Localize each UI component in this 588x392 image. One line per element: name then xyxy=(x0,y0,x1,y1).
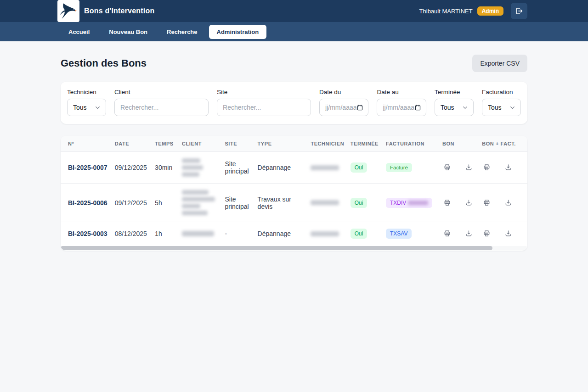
col-header-facturation: FACTURATION xyxy=(382,136,439,152)
filter-label-technicien: Technicien xyxy=(67,89,106,95)
download-icon xyxy=(465,199,473,207)
bon-date: 09/12/2025 xyxy=(111,184,151,222)
facturation-code: TXDIV xyxy=(390,200,406,206)
printer-icon xyxy=(483,163,491,171)
nav-item-recherche[interactable]: Recherche xyxy=(159,25,205,39)
admin-role-badge: Admin xyxy=(477,6,503,16)
download-icon xyxy=(504,230,512,237)
client-search-input[interactable] xyxy=(114,99,209,116)
bon-technicien-redacted xyxy=(307,152,346,184)
download-bon-button[interactable] xyxy=(464,229,474,238)
site-search-input[interactable] xyxy=(217,99,311,116)
chevron-down-icon xyxy=(462,104,469,111)
horizontal-scrollbar-thumb[interactable] xyxy=(61,246,492,250)
download-bon-button[interactable] xyxy=(464,198,474,207)
download-bon-fact-button[interactable] xyxy=(503,198,513,207)
nav-item-nouveau-bon[interactable]: Nouveau Bon xyxy=(101,25,155,39)
col-header-temps: TEMPS xyxy=(151,136,178,152)
terminee-select-value: Tous xyxy=(441,104,462,111)
filter-label-client: Client xyxy=(114,89,209,95)
app-title: Bons d'Intervention xyxy=(84,7,154,15)
facturation-redacted-part xyxy=(408,201,428,205)
filters-panel: Technicien Tous Client Site Date du jj/m… xyxy=(61,82,527,124)
bon-type: Travaux sur devis xyxy=(254,184,307,222)
terminee-badge: Oui xyxy=(351,229,368,239)
bon-client-redacted xyxy=(178,184,221,222)
terminee-badge: Oui xyxy=(351,162,368,173)
bon-technicien-redacted xyxy=(307,222,346,246)
bon-client-redacted xyxy=(178,152,221,184)
print-bon-fact-button[interactable] xyxy=(482,229,492,238)
technicien-select[interactable]: Tous xyxy=(67,99,106,116)
bon-date: 08/12/2025 xyxy=(111,222,151,246)
filter-label-terminee: Terminée xyxy=(435,89,474,95)
printer-icon xyxy=(483,199,491,207)
download-bon-fact-button[interactable] xyxy=(503,229,513,238)
terminee-select[interactable]: Tous xyxy=(435,99,474,116)
chevron-down-icon xyxy=(509,104,516,111)
col-header-technicien: TECHNICIEN xyxy=(307,136,346,152)
bon-actions xyxy=(439,152,478,184)
print-bon-button[interactable] xyxy=(442,198,452,207)
col-header-terminee: TERMINÉE xyxy=(347,136,382,152)
bons-table: N° DATE TEMPS CLIENT SITE TYPE TECHNICIE… xyxy=(61,136,527,245)
main-nav: Accueil Nouveau Bon Recherche Administra… xyxy=(0,22,588,41)
bon-number: BI-2025-0006 xyxy=(68,199,107,207)
table-row: BI-2025-0003 08/12/2025 1h - Dépannage O… xyxy=(61,222,527,246)
download-icon xyxy=(504,163,512,171)
bons-table-card: N° DATE TEMPS CLIENT SITE TYPE TECHNICIE… xyxy=(61,136,527,251)
filter-label-facturation: Facturation xyxy=(482,89,521,95)
filter-label-date-du: Date du xyxy=(319,89,368,95)
bon-number: BI-2025-0007 xyxy=(68,164,107,171)
download-icon xyxy=(504,199,512,207)
date-du-placeholder: jj/mm/aaaa xyxy=(325,104,356,111)
date-du-input[interactable]: jj/mm/aaaa xyxy=(319,99,368,116)
app-header: Bons d'Intervention Thibault MARTINET Ad… xyxy=(0,0,588,22)
nav-item-accueil[interactable]: Accueil xyxy=(61,25,97,39)
col-header-type: TYPE xyxy=(254,136,307,152)
bon-site: Site principal xyxy=(221,184,254,222)
facturation-select-value: Tous xyxy=(488,104,509,111)
bon-type: Dépannage xyxy=(254,152,307,184)
user-name: Thibault MARTINET xyxy=(419,8,473,15)
print-bon-button[interactable] xyxy=(442,229,452,238)
print-bon-fact-button[interactable] xyxy=(482,162,492,172)
technicien-select-value: Tous xyxy=(73,104,94,111)
facturation-badge: TXSAV xyxy=(386,229,412,239)
download-bon-fact-button[interactable] xyxy=(503,162,513,172)
col-header-client: CLIENT xyxy=(178,136,221,152)
download-bon-button[interactable] xyxy=(464,162,474,172)
date-au-input[interactable]: jj/mm/aaaa xyxy=(377,99,426,116)
download-icon xyxy=(465,230,473,237)
export-csv-button[interactable]: Exporter CSV xyxy=(472,55,527,72)
bon-fact-actions xyxy=(478,152,527,184)
nav-item-administration[interactable]: Administration xyxy=(209,25,267,39)
bon-client-redacted xyxy=(178,222,221,246)
bon-temps: 1h xyxy=(151,222,178,246)
bon-temps: 5h xyxy=(151,184,178,222)
calendar-icon[interactable] xyxy=(414,104,421,111)
bon-number: BI-2025-0003 xyxy=(68,230,107,237)
calendar-icon[interactable] xyxy=(356,104,363,111)
main-content: Gestion des Bons Exporter CSV Technicien… xyxy=(61,55,527,251)
col-header-numero: N° xyxy=(61,136,111,152)
printer-icon xyxy=(443,199,451,207)
bon-technicien-redacted xyxy=(307,184,346,222)
logout-button[interactable] xyxy=(511,3,527,19)
print-bon-button[interactable] xyxy=(442,162,452,172)
col-header-site: SITE xyxy=(221,136,254,152)
col-header-date: DATE xyxy=(111,136,151,152)
download-icon xyxy=(465,163,473,171)
facturation-badge: Facturé xyxy=(386,163,412,172)
facturation-badge: TXDIV xyxy=(386,198,432,208)
swallow-logo-icon xyxy=(59,2,78,20)
facturation-select[interactable]: Tous xyxy=(482,99,521,116)
bon-actions xyxy=(439,184,478,222)
print-bon-fact-button[interactable] xyxy=(482,198,492,207)
table-row: BI-2025-0006 09/12/2025 5h Site principa… xyxy=(61,184,527,222)
bon-actions xyxy=(439,222,478,246)
app-logo xyxy=(57,0,79,22)
printer-icon xyxy=(443,163,451,171)
bon-site: Site principal xyxy=(221,152,254,184)
bon-fact-actions xyxy=(478,222,527,246)
